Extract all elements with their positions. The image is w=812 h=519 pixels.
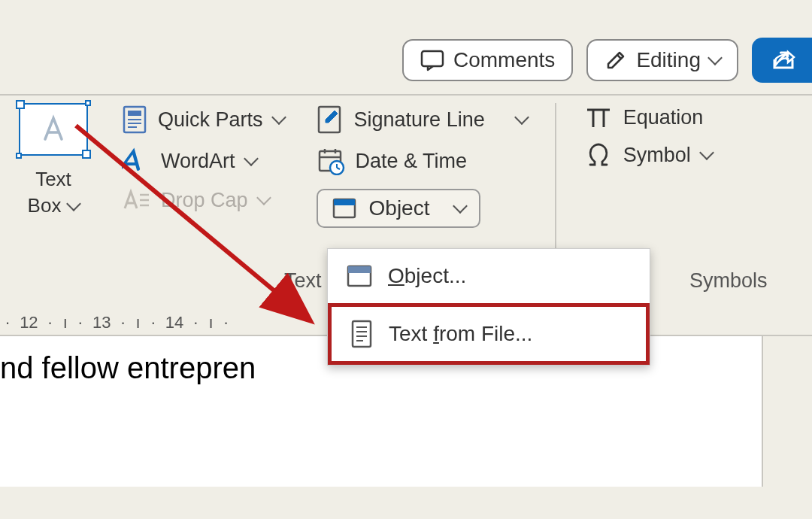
- chevron-down-icon: [707, 50, 723, 65]
- quick-parts-button[interactable]: Quick Parts: [122, 103, 284, 136]
- signature-label: Signature Line: [354, 108, 485, 132]
- drop-cap-label: Drop Cap: [161, 189, 248, 212]
- svg-rect-25: [353, 321, 371, 347]
- date-time-icon: [317, 147, 345, 175]
- text-box-label: Text Box: [28, 166, 80, 219]
- comments-button[interactable]: Comments: [402, 39, 573, 81]
- chevron-down-icon: [244, 151, 259, 166]
- share-icon: [771, 48, 798, 72]
- object-menu-item[interactable]: Object...: [328, 249, 650, 303]
- quick-parts-label: Quick Parts: [158, 108, 263, 132]
- object-icon: [332, 197, 357, 220]
- symbol-label: Symbol: [623, 144, 691, 167]
- date-time-button[interactable]: Date & Time: [317, 145, 527, 177]
- chevron-down-icon: [271, 110, 286, 125]
- date-time-label: Date & Time: [356, 150, 468, 173]
- text-group-label: Text: [284, 269, 322, 293]
- wordart-label: WordArt: [161, 150, 235, 173]
- wordart-icon: [122, 147, 150, 175]
- svg-rect-24: [348, 266, 371, 273]
- share-button[interactable]: [752, 38, 812, 83]
- comment-icon: [420, 49, 444, 71]
- text-a-icon: [36, 112, 71, 147]
- document-icon: [350, 319, 374, 349]
- comments-label: Comments: [453, 48, 555, 72]
- text-box-button[interactable]: [19, 103, 88, 156]
- object-dropdown-menu: Object... Text from File...: [327, 248, 650, 366]
- object-icon: [346, 264, 373, 288]
- editing-button[interactable]: Editing: [586, 39, 738, 81]
- signature-line-button[interactable]: Signature Line: [317, 103, 527, 136]
- equation-button[interactable]: Equation: [584, 103, 712, 132]
- signature-icon: [317, 105, 344, 135]
- text-from-file-menu-item[interactable]: Text from File...: [328, 303, 650, 365]
- symbols-group-label: Symbols: [689, 269, 768, 293]
- wordart-button[interactable]: WordArt: [122, 145, 284, 177]
- chevron-down-icon: [453, 199, 468, 214]
- drop-cap-icon: [122, 187, 150, 213]
- chevron-down-icon: [699, 145, 714, 160]
- chevron-down-icon: [67, 196, 82, 211]
- svg-rect-0: [422, 51, 443, 66]
- equation-label: Equation: [623, 106, 704, 129]
- pi-icon: [584, 105, 613, 130]
- svg-rect-3: [128, 111, 141, 116]
- object-button[interactable]: Object: [317, 189, 481, 228]
- chevron-down-icon: [256, 190, 271, 205]
- pencil-icon: [604, 49, 627, 71]
- object-menu-label: Object...: [388, 264, 466, 288]
- svg-rect-19: [334, 199, 355, 205]
- symbol-button[interactable]: Symbol: [584, 141, 712, 169]
- text-from-file-label: Text from File...: [389, 322, 532, 346]
- drop-cap-button: Drop Cap: [122, 186, 284, 214]
- object-label: Object: [369, 196, 430, 220]
- svg-line-1: [617, 55, 621, 59]
- editing-label: Editing: [636, 48, 701, 72]
- quick-parts-icon: [122, 105, 147, 135]
- omega-icon: [584, 142, 613, 168]
- chevron-down-icon: [514, 110, 529, 125]
